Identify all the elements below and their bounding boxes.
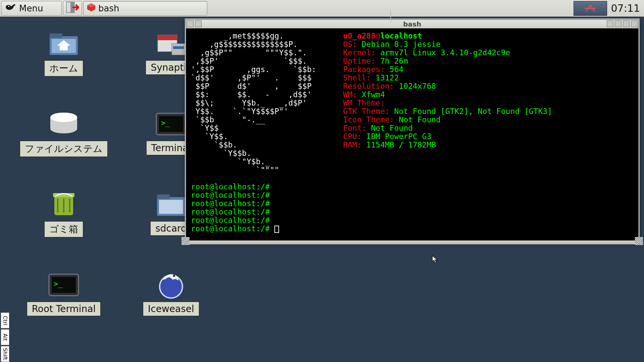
package-manager-icon bbox=[154, 30, 188, 57]
svg-rect-15 bbox=[158, 35, 177, 40]
terminal-cursor bbox=[274, 226, 279, 233]
svg-rect-17 bbox=[173, 46, 184, 49]
terminal-body[interactable]: _,met$$$$$gg. ,g$$$$$$$$$$$$$$$P. ,g$$P"… bbox=[186, 28, 638, 240]
vkey-ctrl[interactable]: Ctrl bbox=[1, 312, 9, 328]
vkey-shift[interactable]: Shift bbox=[1, 346, 9, 362]
resize-grip-bl[interactable] bbox=[181, 237, 190, 245]
svg-text:>_: >_ bbox=[54, 280, 63, 288]
window-controls-right bbox=[607, 20, 638, 27]
trash-icon bbox=[47, 191, 80, 218]
svg-rect-16 bbox=[172, 44, 185, 55]
window-border-bottom bbox=[186, 240, 638, 244]
terminal-icon: >_ bbox=[154, 111, 188, 137]
vkey-alt[interactable]: Alt bbox=[1, 329, 9, 345]
logout-icon bbox=[66, 1, 79, 15]
svg-rect-5 bbox=[50, 34, 62, 38]
desktop-icon-trash[interactable]: ゴミ箱 bbox=[27, 191, 101, 237]
system-info: u0_a288@localhost OS: Debian 8.3 jessie … bbox=[343, 32, 552, 149]
menu-button[interactable]: Menu bbox=[1, 1, 62, 16]
window-minimize-button[interactable] bbox=[607, 20, 613, 27]
current-prompt: root@localhost:/# bbox=[191, 224, 270, 233]
svg-rect-22 bbox=[157, 194, 170, 199]
window-sticky-button[interactable] bbox=[195, 20, 202, 27]
taskbar: Menu bash 07:11 bbox=[0, 0, 644, 17]
systray[interactable] bbox=[574, 1, 607, 16]
ascii-art: _,met$$$$$gg. ,g$$$$$$$$$$$$$$$P. ,g$$P"… bbox=[191, 32, 316, 174]
svg-rect-23 bbox=[159, 200, 183, 214]
taskbar-task-bash[interactable]: bash bbox=[83, 1, 207, 16]
resize-grip-br[interactable] bbox=[635, 237, 643, 245]
window-maximize-button[interactable] bbox=[615, 20, 622, 27]
menu-label: Menu bbox=[19, 3, 43, 13]
desktop-icon-home[interactable]: ホーム bbox=[27, 30, 101, 76]
icon-label: Iceweasel bbox=[143, 302, 199, 316]
task-label: bash bbox=[98, 3, 119, 13]
icon-label: Root Terminal bbox=[27, 302, 101, 316]
logout-button[interactable] bbox=[63, 1, 82, 16]
prompt-history: root@localhost:/# root@localhost:/# root… bbox=[191, 182, 270, 225]
icon-label: ゴミ箱 bbox=[44, 221, 83, 237]
drive-icon bbox=[47, 111, 80, 137]
window-restore-button[interactable] bbox=[623, 20, 630, 27]
desktop-icon-root-terminal[interactable]: >_ Root Terminal bbox=[20, 272, 107, 316]
window-controls-left bbox=[187, 20, 202, 27]
window-close-button[interactable] bbox=[631, 20, 638, 27]
icon-label: ファイルシステム bbox=[20, 141, 108, 157]
terminal-window[interactable]: bash _,met$$$$$gg. ,g$$$$$$$$$$$$$$$P. ,… bbox=[186, 19, 639, 241]
window-titlebar[interactable]: bash bbox=[186, 20, 638, 28]
mouse-pointer-icon bbox=[432, 255, 438, 263]
iceweasel-icon bbox=[154, 272, 188, 298]
svg-point-26 bbox=[173, 275, 175, 277]
svg-text:>_: >_ bbox=[161, 119, 170, 127]
taskbar-clock[interactable]: 07:11 bbox=[608, 2, 643, 14]
window-title: bash bbox=[403, 20, 421, 28]
svg-point-8 bbox=[50, 113, 77, 122]
tray-indicator-icon bbox=[585, 4, 596, 13]
window-menu-button[interactable] bbox=[187, 20, 194, 27]
folder-icon bbox=[154, 191, 188, 218]
icon-label: ホーム bbox=[44, 60, 83, 76]
folder-home-icon bbox=[47, 30, 80, 57]
svg-point-0 bbox=[8, 6, 9, 7]
desktop-icon-filesystem[interactable]: ファイルシステム bbox=[13, 111, 114, 157]
desktop-icon-iceweasel[interactable]: Iceweasel bbox=[134, 272, 208, 316]
terminal-app-icon bbox=[87, 3, 96, 14]
mouse-icon bbox=[5, 2, 16, 14]
terminal-icon: >_ bbox=[47, 272, 80, 298]
